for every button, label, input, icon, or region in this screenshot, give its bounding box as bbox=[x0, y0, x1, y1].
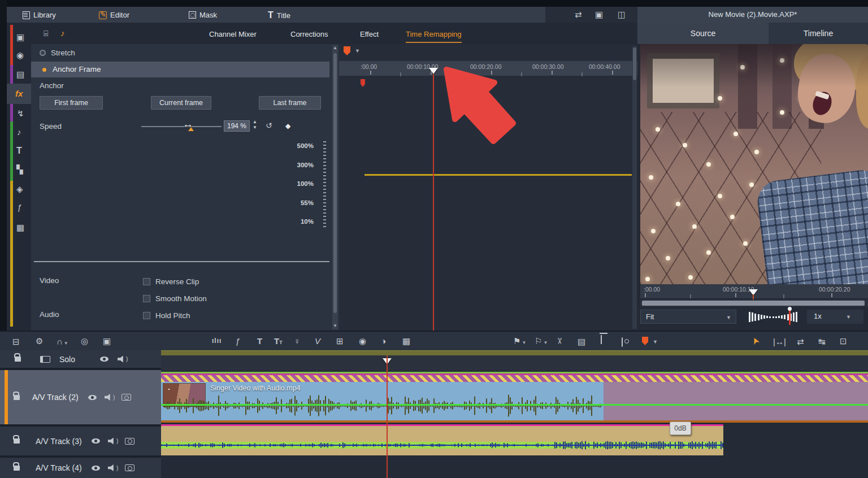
reverse-clip-checkbox[interactable]: Reverse Clip bbox=[143, 277, 199, 286]
remap-marker-flag-icon[interactable] bbox=[344, 46, 350, 55]
sidebar-projects-reel-icon[interactable]: ◉ bbox=[16, 51, 24, 59]
sidebar-titles-icon[interactable]: T bbox=[16, 146, 22, 155]
magnet-snap-icon[interactable]: ∩▼ bbox=[57, 337, 68, 346]
score-clef-icon[interactable]: ƒ bbox=[236, 336, 240, 346]
sidebar-keyboard-icon[interactable]: ▦ bbox=[16, 223, 24, 232]
scrollbar-up-arrow[interactable]: ▲ bbox=[333, 45, 337, 50]
snapshot-camera-icon[interactable] bbox=[622, 337, 623, 347]
select-cursor-tool-icon[interactable]: ➤ bbox=[749, 335, 762, 346]
sidebar-pip-icon[interactable]: ▚ bbox=[16, 165, 23, 173]
remap-scrollbar[interactable] bbox=[632, 46, 637, 329]
spinner-down-icon[interactable]: ▼ bbox=[253, 125, 257, 130]
editor-tab-time-remapping[interactable]: Time Remapping bbox=[406, 30, 462, 43]
title-tool-icon[interactable]: T bbox=[257, 336, 262, 346]
marker-out-icon[interactable]: ⚐▼ bbox=[535, 336, 548, 346]
track-av4-lock-icon[interactable] bbox=[14, 466, 20, 471]
mask-disc-icon[interactable]: ◉ bbox=[359, 336, 366, 346]
master-speaker-icon[interactable] bbox=[118, 356, 125, 363]
speed-reset-icon[interactable]: ↺ bbox=[266, 121, 272, 129]
dynamic-trim-icon[interactable]: ⇄ bbox=[797, 337, 804, 347]
speed-slider-track[interactable] bbox=[141, 126, 222, 127]
track-header-av4[interactable]: A/V Track (4) ) bbox=[0, 458, 161, 478]
sidebar-media-icon[interactable]: ▣ bbox=[16, 33, 24, 41]
speed-spinner[interactable]: ▲▼ bbox=[253, 120, 257, 130]
sidebar-layers-icon[interactable]: ◈ bbox=[16, 185, 23, 193]
copy-icon[interactable]: ▣ bbox=[595, 10, 603, 19]
preview-ruler[interactable]: :00.00 00:00:10.10 00:00:20.20 bbox=[640, 284, 868, 298]
timeline-ruler-strip[interactable] bbox=[161, 355, 868, 371]
sidebar-scorefitter-icon[interactable]: ƒ bbox=[18, 203, 22, 211]
preview-video[interactable] bbox=[640, 44, 868, 284]
track-header-av2[interactable]: A/V Track (2) ) bbox=[0, 370, 161, 424]
track-av2-camera-icon[interactable] bbox=[121, 394, 131, 401]
timeline-navigator-bar[interactable] bbox=[161, 350, 868, 355]
clip2-volume-line[interactable] bbox=[161, 404, 868, 406]
speed-value-input[interactable]: 194 % bbox=[224, 120, 250, 132]
master-lock-icon[interactable] bbox=[15, 357, 21, 362]
image-correction-icon[interactable]: ▦ bbox=[402, 336, 410, 346]
last-frame-button[interactable]: Last frame bbox=[259, 96, 321, 110]
trash-icon[interactable] bbox=[601, 335, 602, 344]
track-av4-speaker-icon[interactable] bbox=[108, 464, 116, 471]
editor-tab-effect[interactable]: Effect bbox=[360, 30, 379, 38]
preview-scrollbar-thumb[interactable] bbox=[642, 301, 865, 306]
nav-tab-library[interactable]: Library bbox=[23, 11, 56, 19]
nav-tab-mask[interactable]: Mask bbox=[189, 11, 217, 19]
track-av2-speaker-icon[interactable] bbox=[105, 394, 112, 401]
multicam-grid-icon[interactable]: ⊞ bbox=[336, 336, 344, 346]
scrollbar-down-arrow[interactable]: ▼ bbox=[333, 323, 337, 328]
anchor-frame-radio-option[interactable]: Anchor Frame bbox=[31, 62, 329, 77]
audio-mixer-icon[interactable]: ılıı bbox=[212, 337, 222, 345]
track-av3-eye-icon[interactable] bbox=[92, 438, 100, 444]
dual-view-icon[interactable]: ◫ bbox=[618, 10, 626, 19]
voiceover-mic-icon[interactable]: ♀ bbox=[294, 336, 300, 346]
preview-tab-source[interactable]: Source bbox=[637, 23, 769, 44]
preview-tab-timeline[interactable]: Timeline bbox=[769, 23, 868, 44]
pip-editor-icon[interactable]: ⊡ bbox=[840, 336, 847, 346]
marker-in-icon[interactable]: ⚑▼ bbox=[513, 336, 526, 346]
track-av3-speaker-icon[interactable] bbox=[108, 438, 116, 445]
preview-scrollbar[interactable] bbox=[640, 299, 868, 307]
spinner-up-icon[interactable]: ▲ bbox=[253, 120, 257, 124]
send-to-timeline-icon[interactable]: ⇄ bbox=[575, 10, 582, 19]
playback-speed-dropdown[interactable]: 1x ▼ bbox=[807, 310, 863, 324]
zoom-slider-knob[interactable] bbox=[788, 307, 792, 311]
split-trim-icon[interactable]: ↹ bbox=[818, 337, 826, 347]
remap-scrollbar-thumb[interactable] bbox=[633, 47, 636, 80]
scrollbar-thumb[interactable] bbox=[333, 53, 337, 313]
storyboard-toggle-icon[interactable]: ◎ bbox=[81, 336, 88, 346]
fit-dropdown[interactable]: Fit ▼ bbox=[640, 310, 736, 324]
speed-keyframe-diamond-icon[interactable]: ◆ bbox=[285, 122, 290, 130]
track-chip-icon[interactable] bbox=[40, 356, 50, 363]
timeline-settings-gear-icon[interactable]: ⚙ bbox=[36, 336, 43, 346]
track-av4-camera-icon[interactable] bbox=[125, 464, 134, 471]
remap-speed-curve[interactable] bbox=[364, 174, 632, 176]
trim-mode-icon[interactable]: |↔| bbox=[773, 337, 786, 346]
sidebar-audio-note-icon[interactable]: ♪ bbox=[17, 128, 21, 136]
audio-note-icon[interactable]: ♪ bbox=[60, 29, 65, 37]
solo-label[interactable]: Solo bbox=[59, 355, 75, 364]
subtitle-tool-icon[interactable]: TT bbox=[274, 336, 283, 346]
razor-split-icon[interactable]: ✂ bbox=[554, 338, 565, 345]
track-av3-camera-icon[interactable] bbox=[125, 438, 134, 445]
film-roll-icon[interactable]: ▤ bbox=[578, 337, 585, 347]
clip2-remap-extension[interactable] bbox=[604, 382, 868, 420]
track-av3-lock-icon[interactable] bbox=[14, 438, 20, 444]
customize-toolbar-icon[interactable]: ⊟ bbox=[12, 337, 20, 347]
stretch-radio-option[interactable]: Stretch bbox=[40, 49, 75, 57]
marker-flag-caret-icon[interactable]: ▼ bbox=[653, 339, 658, 345]
first-frame-button[interactable]: First frame bbox=[40, 96, 103, 110]
remap-red-marker-icon[interactable] bbox=[361, 79, 365, 87]
panel-scrollbar[interactable]: ▲ ▼ bbox=[332, 45, 338, 329]
audio-ducking-icon[interactable]: V bbox=[315, 336, 320, 346]
sidebar-transitions-bolt-icon[interactable]: ↯ bbox=[17, 109, 24, 118]
track-av2-eye-icon[interactable] bbox=[88, 395, 97, 400]
current-frame-button[interactable]: Current frame bbox=[151, 96, 211, 110]
remap-marker-dropdown-icon[interactable]: ▼ bbox=[355, 48, 360, 54]
orange-marker-flag-icon[interactable] bbox=[642, 337, 648, 345]
preview-zoom-slider[interactable] bbox=[749, 311, 798, 323]
sidebar-effects-fx-icon[interactable]: fx bbox=[15, 89, 23, 98]
track-av2-lock-icon[interactable] bbox=[14, 395, 20, 400]
track-av4-eye-icon[interactable] bbox=[92, 466, 100, 471]
sidebar-folder-icon[interactable]: ▤ bbox=[16, 70, 24, 79]
